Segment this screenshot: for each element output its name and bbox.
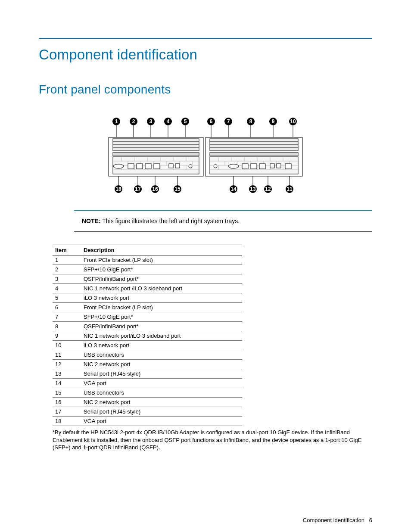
table-row: 13Serial port (RJ45 style) [53,369,242,379]
svg-rect-30 [137,164,143,169]
section-title: Front panel components [39,83,372,96]
table-row: 10iLO 3 network port [53,341,242,350]
figure: 123456789101817161514131211 [39,114,372,197]
footnote: *By default the HP NC543i 2-port 4x QDR … [53,429,363,451]
component-table: Item Description 1Front PCIe bracket (LP… [53,245,242,426]
desc-cell: iLO 3 network port [81,341,242,350]
callout-number: 8 [249,118,252,124]
callout-number: 17 [135,186,141,192]
item-cell: 5 [53,293,81,303]
svg-rect-32 [154,164,160,169]
desc-cell: iLO 3 network port [81,293,242,303]
desc-cell: Serial port (RJ45 style) [81,407,242,417]
table-row: 14VGA port [53,379,242,388]
callout-number: 6 [210,118,213,124]
item-cell: 8 [53,322,81,331]
footer-page: 6 [369,517,372,523]
item-cell: 6 [53,303,81,312]
table-row: 18VGA port [53,417,242,426]
item-cell: 10 [53,341,81,350]
note-box: NOTE: This figure illustrates the left a… [74,210,372,232]
table-row: 7SFP+/10 GigE port* [53,312,242,322]
callout-number: 9 [272,118,275,124]
callout-number: 10 [290,118,296,124]
svg-point-28 [113,164,124,168]
callout-number: 3 [149,118,153,124]
desc-cell: NIC 1 network port/iLO 3 sideband port [81,331,242,341]
item-cell: 2 [53,265,81,274]
desc-cell: VGA port [81,417,242,426]
svg-rect-31 [145,164,151,169]
table-row: 1Front PCIe bracket (LP slot) [53,255,242,265]
front-panel-diagram: 123456789101817161514131211 [104,114,307,196]
item-cell: 14 [53,379,81,388]
table-row: 8QSFP/InfiniBand port* [53,322,242,331]
table-row: 12NIC 2 network port [53,360,242,369]
desc-cell: VGA port [81,379,242,388]
desc-cell: SFP+/10 GigE port* [81,265,242,274]
table-row: 4NIC 1 network port /iLO 3 sideband port [53,284,242,293]
item-cell: 4 [53,284,81,293]
svg-rect-41 [210,152,298,156]
col-header-item: Item [53,245,81,255]
callout-number: 15 [174,186,181,192]
desc-cell: USB connectors [81,388,242,398]
table-row: 2SFP+/10 GigE port* [53,265,242,274]
callout-number: 13 [250,186,256,192]
table-row: 6Front PCIe bracket (LP slot) [53,303,242,312]
item-cell: 1 [53,255,81,265]
item-cell: 18 [53,417,81,426]
callout-number: 5 [184,118,187,124]
svg-rect-68 [270,164,274,168]
svg-rect-29 [128,164,134,169]
svg-rect-67 [259,164,265,169]
page-title: Component identification [39,47,372,63]
callout-number: 18 [115,186,121,192]
item-cell: 16 [53,398,81,407]
desc-cell: NIC 2 network port [81,398,242,407]
svg-rect-65 [242,164,248,169]
svg-point-64 [228,164,239,168]
table-row: 16NIC 2 network port [53,398,242,407]
page-footer: Component identification 6 [303,517,372,523]
callout-number: 2 [132,118,135,124]
svg-rect-33 [169,164,173,168]
desc-cell: Front PCIe bracket (LP slot) [81,255,242,265]
top-rule [39,38,372,39]
callout-number: 11 [286,186,293,192]
note-text: This figure illustrates the left and rig… [102,218,240,224]
svg-rect-5 [113,152,199,156]
note-label: NOTE: [82,218,101,224]
svg-rect-69 [277,164,281,168]
footer-section: Component identification [303,517,364,523]
item-cell: 9 [53,331,81,341]
desc-cell: SFP+/10 GigE port* [81,312,242,322]
table-row: 15USB connectors [53,388,242,398]
svg-rect-70 [285,164,291,169]
callout-number: 14 [230,186,237,192]
table-row: 9NIC 1 network port/iLO 3 sideband port [53,331,242,341]
item-cell: 12 [53,360,81,369]
item-cell: 13 [53,369,81,379]
desc-cell: Serial port (RJ45 style) [81,369,242,379]
desc-cell: USB connectors [81,350,242,360]
svg-point-35 [189,165,192,168]
desc-cell: NIC 2 network port [81,360,242,369]
callout-number: 16 [152,186,158,192]
item-cell: 17 [53,407,81,417]
desc-cell: NIC 1 network port /iLO 3 sideband port [81,284,242,293]
col-header-desc: Description [81,245,242,255]
desc-cell: QSFP/InfiniBand port* [81,274,242,284]
item-cell: 7 [53,312,81,322]
svg-point-71 [214,165,217,168]
svg-rect-34 [175,164,180,168]
callout-number: 1 [115,118,118,124]
callout-number: 7 [227,118,230,124]
desc-cell: QSFP/InfiniBand port* [81,322,242,331]
table-row: 17Serial port (RJ45 style) [53,407,242,417]
svg-rect-66 [251,164,257,169]
callout-number: 12 [265,186,271,192]
item-cell: 15 [53,388,81,398]
desc-cell: Front PCIe bracket (LP slot) [81,303,242,312]
table-row: 3QSFP/InfiniBand port* [53,274,242,284]
